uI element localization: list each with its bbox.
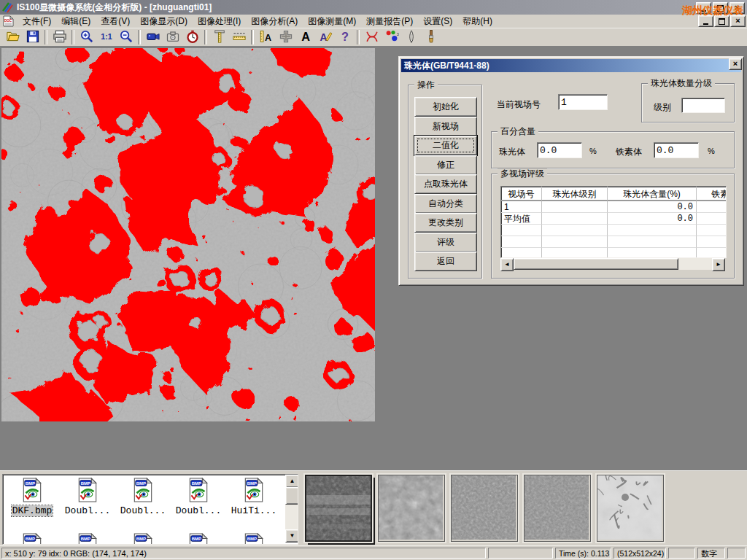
table-row[interactable] (501, 248, 726, 258)
photo-camera-button[interactable] (163, 28, 182, 46)
op-button-3[interactable]: 二值化 (414, 136, 477, 155)
scroll-up-button[interactable]: ▲ (285, 475, 298, 488)
file-item-Doubl-[interactable]: BMPDoubl... (117, 478, 169, 516)
dialog-title-bar[interactable]: 珠光体(GB/T9441-88) (401, 59, 741, 72)
text-button[interactable]: A (295, 28, 315, 46)
brush-button[interactable] (421, 28, 441, 46)
timer-icon (185, 29, 200, 46)
file-item-row2[interactable]: BMP (6, 533, 58, 545)
zoom-out-button[interactable] (116, 28, 136, 46)
mdi-minimize-button[interactable] (698, 15, 713, 27)
ruler-button[interactable] (229, 28, 249, 46)
table-row[interactable] (501, 236, 726, 248)
save-icon (26, 29, 40, 46)
scroll-down-button[interactable]: ▼ (285, 529, 298, 542)
actual-size-button[interactable]: 1:1 (96, 28, 116, 46)
pearlite-unit: % (589, 147, 597, 155)
multi-view-table[interactable]: 视场号珠光体级别珠光体含量(%)铁素体含量(%)10.0平均值0.0 (500, 186, 727, 258)
close-button[interactable]: × (729, 2, 745, 14)
measure-label-button[interactable]: A (256, 28, 276, 46)
op-button-7[interactable]: 更改类别 (414, 213, 477, 233)
menu-item-5[interactable]: 图像处理(I) (193, 15, 246, 27)
menu-bar: DOC 文件(F)编辑(E)查看(V)图像显示(D)图像处理(I)图像分析(A)… (0, 15, 747, 28)
minimize-button[interactable] (696, 2, 711, 14)
scroll-right-button[interactable]: ► (712, 258, 725, 271)
menu-item-2[interactable]: 编辑(E) (56, 15, 96, 27)
menu-item-4[interactable]: 图像显示(D) (135, 15, 193, 27)
mdi-restore-button[interactable] (714, 15, 729, 27)
menu-item-3[interactable]: 查看(V) (96, 15, 135, 27)
menu-item-10[interactable]: 帮助(H) (457, 15, 498, 27)
pearlite-percent-input[interactable] (537, 142, 582, 158)
caliper-button[interactable] (209, 28, 229, 46)
title-bar[interactable]: IS100显微摄像系统(金相分析版) - [zhuguangti01] × (0, 0, 747, 15)
dialog-close-button[interactable]: × (729, 58, 742, 70)
video-camera-button[interactable] (143, 28, 163, 46)
op-button-5[interactable]: 点取珠光体 (414, 174, 477, 194)
scrollbar-thumb[interactable] (285, 487, 298, 505)
file-item-Doubl-[interactable]: BMPDoubl... (61, 478, 114, 516)
file-item-row2[interactable]: BMP (228, 533, 280, 545)
file-item-row2[interactable]: BMP (117, 533, 169, 545)
op-button-6[interactable]: 自动分类 (414, 194, 477, 214)
current-view-input[interactable] (558, 94, 608, 110)
grid-cross-button[interactable] (276, 28, 295, 46)
op-button-9[interactable]: 返回 (414, 252, 477, 271)
file-list-scrollbar[interactable]: ▲ ▼ (285, 475, 298, 542)
curve-tool-button[interactable] (362, 28, 382, 46)
color-classify-button[interactable]: 3 (382, 28, 401, 46)
help-button[interactable]: ? (335, 28, 355, 46)
level-input[interactable] (681, 98, 725, 113)
file-list[interactable]: BMPDKF.bmpBMPDoubl...BMPDoubl...BMPDoubl… (2, 474, 298, 545)
video-camera-icon (146, 29, 160, 46)
scrollbar-thumb[interactable] (514, 258, 678, 270)
table-cell (542, 201, 608, 213)
document-icon[interactable]: DOC (2, 15, 15, 27)
scroll-left-button[interactable]: ◄ (500, 258, 514, 271)
thumbnail-fine-speckle-micrograph[interactable] (451, 475, 518, 542)
thumbnail-fine-speckle-micrograph[interactable] (524, 475, 591, 542)
svg-text:BMP: BMP (247, 537, 257, 541)
table-cell (697, 201, 727, 213)
save-button[interactable] (23, 28, 42, 46)
file-item-Doubl-[interactable]: BMPDoubl... (172, 478, 225, 516)
mdi-close-button[interactable]: × (730, 15, 746, 27)
op-button-1[interactable]: 初始化 (414, 97, 477, 117)
pen-button[interactable] (401, 28, 421, 46)
table-hscrollbar[interactable]: ◄ ► (500, 258, 725, 270)
thumbnail-dark-banded-micrograph[interactable] (305, 475, 372, 542)
file-item-HuiTi-[interactable]: BMPHuiTi... (228, 478, 280, 516)
thumbnail-light-flake-micrograph[interactable] (597, 475, 664, 542)
menu-item-7[interactable]: 图像测量(M) (303, 15, 361, 27)
mdi-restore-icon (719, 18, 725, 25)
micrograph-image[interactable] (1, 48, 375, 421)
op-button-8[interactable]: 评级 (414, 233, 477, 252)
table-row[interactable]: 10.0 (501, 201, 726, 213)
thumbnail-coarse-speckle-micrograph[interactable] (378, 475, 445, 542)
file-item-DKF-bmp[interactable]: BMPDKF.bmp (6, 478, 58, 516)
op-button-4[interactable]: 修正 (414, 155, 477, 175)
table-row[interactable] (501, 225, 726, 236)
file-name: HuiTi... (231, 505, 277, 516)
minimize-icon (701, 10, 706, 12)
file-item-row2[interactable]: BMP (61, 533, 114, 545)
ferrite-percent-input[interactable] (654, 142, 699, 158)
menu-item-8[interactable]: 测量报告(P) (361, 15, 418, 27)
menu-item-9[interactable]: 设置(S) (418, 15, 457, 27)
op-button-2[interactable]: 新视场 (414, 117, 477, 136)
file-item-row2[interactable]: BMP (172, 533, 225, 545)
zoom-in-button[interactable] (77, 28, 96, 46)
toolbar-separator (138, 30, 141, 44)
table-row[interactable]: 平均值0.0 (501, 213, 726, 225)
annotate-button[interactable]: A (315, 28, 335, 46)
print-button[interactable] (50, 28, 69, 46)
menu-item-1[interactable]: 文件(F) (18, 15, 56, 27)
close-icon: × (735, 4, 739, 12)
timer-button[interactable] (182, 28, 202, 46)
menu-item-6[interactable]: 图像分析(A) (246, 15, 303, 27)
open-button[interactable] (3, 28, 23, 46)
restore-button[interactable] (713, 2, 728, 14)
svg-text:A: A (301, 30, 310, 43)
measure-label-icon: A (259, 29, 274, 46)
toolbar: 1:1AAA?3 (0, 28, 747, 47)
